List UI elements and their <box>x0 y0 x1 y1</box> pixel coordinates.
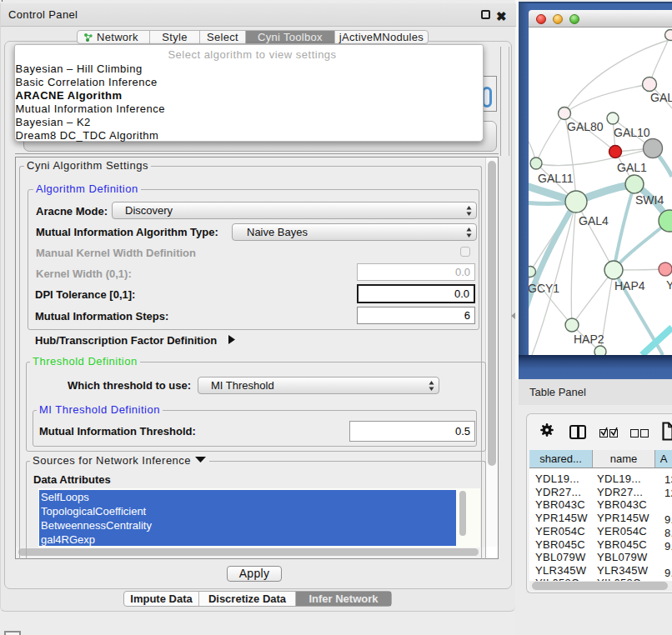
svg-text:SWI4: SWI4 <box>635 193 664 207</box>
svg-text:Y: Y <box>666 278 672 292</box>
svg-text:GCY1: GCY1 <box>529 282 559 295</box>
svg-text:GAL80: GAL80 <box>567 120 604 133</box>
svg-text:GAL: GAL <box>650 91 672 104</box>
svg-text:GAL1: GAL1 <box>617 161 647 174</box>
svg-text:GAL11: GAL11 <box>538 172 574 185</box>
svg-text:GAL10: GAL10 <box>614 126 650 139</box>
svg-text:HAP2: HAP2 <box>574 332 604 346</box>
svg-text:HAP4: HAP4 <box>614 279 645 292</box>
svg-text:GAL4: GAL4 <box>579 214 609 228</box>
